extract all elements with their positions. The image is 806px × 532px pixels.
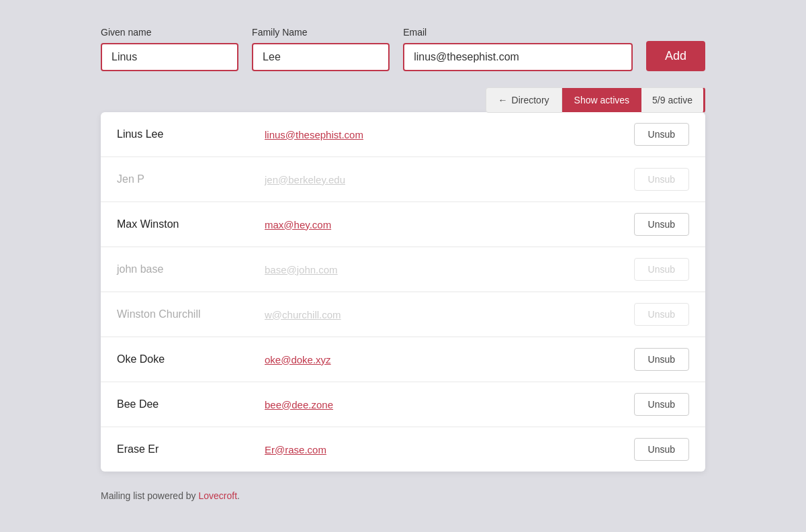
given-name-label: Given name	[101, 27, 238, 38]
table-row: Winston Churchillw@churchill.comUnsub	[101, 292, 705, 337]
contact-name: Max Winston	[117, 218, 265, 230]
contact-email[interactable]: max@hey.com	[265, 219, 634, 230]
table-row: Jen Pjen@berkeley.eduUnsub	[101, 157, 705, 202]
unsub-button[interactable]: Unsub	[634, 258, 689, 281]
unsub-button[interactable]: Unsub	[634, 168, 689, 191]
contact-email[interactable]: base@john.com	[265, 264, 634, 275]
contact-email[interactable]: linus@thesephist.com	[265, 129, 634, 140]
contact-email[interactable]: Er@rase.com	[265, 444, 634, 455]
contact-email[interactable]: bee@dee.zone	[265, 399, 634, 410]
app-container: Given name Family Name Email Add ← Direc…	[101, 27, 705, 501]
unsub-button[interactable]: Unsub	[634, 213, 689, 236]
arrow-left-icon: ←	[498, 95, 508, 105]
contact-table: Linus Leelinus@thesephist.comUnsubJen Pj…	[101, 112, 705, 472]
family-name-input[interactable]	[252, 43, 390, 71]
email-label: Email	[403, 27, 633, 38]
table-row: Oke Dokeoke@doke.xyzUnsub	[101, 337, 705, 382]
directory-button[interactable]: ← Directory	[486, 87, 562, 113]
lovecroft-link[interactable]: Lovecroft	[199, 490, 238, 501]
contact-email[interactable]: oke@doke.xyz	[265, 354, 634, 365]
given-name-input[interactable]	[101, 43, 238, 71]
footer-text-after: .	[237, 490, 240, 501]
add-button[interactable]: Add	[646, 41, 705, 71]
family-name-group: Family Name	[252, 27, 390, 71]
contact-name: Linus Lee	[117, 128, 265, 140]
unsub-button[interactable]: Unsub	[634, 438, 689, 461]
contact-name: Bee Dee	[117, 398, 265, 410]
table-row: john basebase@john.comUnsub	[101, 247, 705, 292]
contact-name: Jen P	[117, 173, 265, 185]
table-row: Bee Deebee@dee.zoneUnsub	[101, 382, 705, 427]
given-name-group: Given name	[101, 27, 238, 71]
email-group: Email	[403, 27, 633, 71]
contact-name: Winston Churchill	[117, 308, 265, 320]
add-contact-form: Given name Family Name Email Add	[101, 27, 705, 71]
table-row: Linus Leelinus@thesephist.comUnsub	[101, 112, 705, 157]
table-row: Max Winstonmax@hey.comUnsub	[101, 202, 705, 247]
contact-email[interactable]: w@churchill.com	[265, 309, 634, 320]
unsub-button[interactable]: Unsub	[634, 393, 689, 416]
family-name-label: Family Name	[252, 27, 390, 38]
unsub-button[interactable]: Unsub	[634, 123, 689, 146]
contact-email[interactable]: jen@berkeley.edu	[265, 174, 634, 185]
email-input[interactable]	[403, 43, 633, 71]
contact-name: john base	[117, 263, 265, 275]
contact-name: Oke Doke	[117, 353, 265, 365]
unsub-button[interactable]: Unsub	[634, 348, 689, 371]
footer: Mailing list powered by Lovecroft.	[101, 490, 705, 501]
table-row: Erase ErEr@rase.comUnsub	[101, 427, 705, 472]
unsub-button[interactable]: Unsub	[634, 303, 689, 326]
show-actives-button[interactable]: Show actives	[562, 88, 641, 112]
contact-name: Erase Er	[117, 443, 265, 455]
active-count-badge: 5/9 active	[641, 87, 705, 113]
footer-text-before: Mailing list powered by	[101, 490, 199, 501]
toolbar: ← Directory Show actives 5/9 active	[101, 87, 705, 113]
